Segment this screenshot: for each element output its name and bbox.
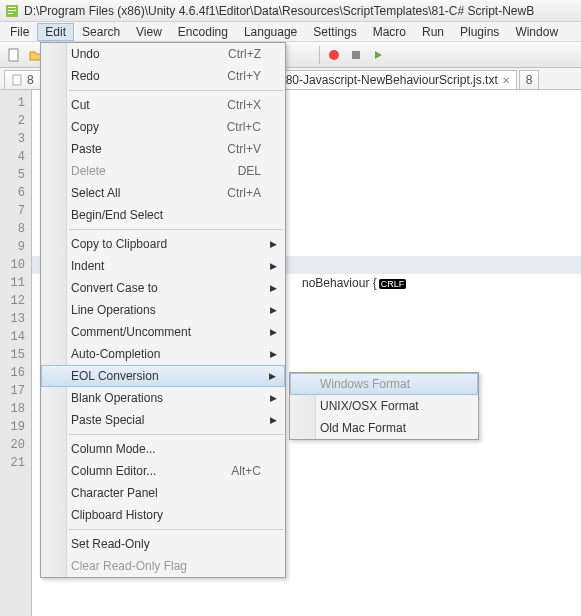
submenu-arrow-icon: ▶	[270, 239, 277, 249]
menu-bar: FileEditSearchViewEncodingLanguageSettin…	[0, 22, 581, 42]
menu-settings[interactable]: Settings	[305, 23, 364, 41]
shortcut: Ctrl+Y	[227, 69, 261, 83]
menu-macro[interactable]: Macro	[365, 23, 414, 41]
line-number: 1	[0, 94, 31, 112]
submenu-arrow-icon: ▶	[270, 283, 277, 293]
line-number: 9	[0, 238, 31, 256]
submenu-arrow-icon: ▶	[270, 261, 277, 271]
svg-rect-2	[8, 10, 16, 11]
menu-item-eol-conversion[interactable]: EOL Conversion▶	[41, 365, 285, 387]
line-number: 6	[0, 184, 31, 202]
shortcut: Alt+C	[231, 464, 261, 478]
menu-window[interactable]: Window	[507, 23, 566, 41]
new-icon[interactable]	[4, 45, 24, 65]
menu-plugins[interactable]: Plugins	[452, 23, 507, 41]
menu-item-line-operations[interactable]: Line Operations▶	[41, 299, 285, 321]
menu-run[interactable]: Run	[414, 23, 452, 41]
shortcut: Ctrl+X	[227, 98, 261, 112]
menu-item-auto-completion[interactable]: Auto-Completion▶	[41, 343, 285, 365]
eol-marker: CRLF	[379, 279, 407, 289]
menu-item-cut[interactable]: CutCtrl+X	[41, 94, 285, 116]
menu-item-copy[interactable]: CopyCtrl+C	[41, 116, 285, 138]
menu-item-set-read-only[interactable]: Set Read-Only	[41, 533, 285, 555]
menu-item-convert-case-to[interactable]: Convert Case to▶	[41, 277, 285, 299]
menu-separator	[69, 434, 283, 435]
shortcut: Ctrl+Z	[228, 47, 261, 61]
line-number: 14	[0, 328, 31, 346]
menu-item-delete: DeleteDEL	[41, 160, 285, 182]
menu-item-paste[interactable]: PasteCtrl+V	[41, 138, 285, 160]
menu-item-blank-operations[interactable]: Blank Operations▶	[41, 387, 285, 409]
line-number: 11	[0, 274, 31, 292]
submenu-arrow-icon: ▶	[270, 305, 277, 315]
file-icon	[11, 74, 23, 86]
app-icon	[4, 3, 20, 19]
menu-file[interactable]: File	[2, 23, 37, 41]
svg-rect-3	[8, 13, 13, 14]
menu-separator	[69, 229, 283, 230]
submenu-arrow-icon: ▶	[270, 393, 277, 403]
menu-item-indent[interactable]: Indent▶	[41, 255, 285, 277]
window-title: D:\Program Files (x86)\Unity 4.6.4f1\Edi…	[24, 4, 534, 18]
menu-search[interactable]: Search	[74, 23, 128, 41]
menu-language[interactable]: Language	[236, 23, 305, 41]
tab[interactable]: 8	[4, 70, 41, 89]
menu-encoding[interactable]: Encoding	[170, 23, 236, 41]
submenu-item-windows-format: Windows Format	[290, 373, 478, 395]
line-number: 19	[0, 418, 31, 436]
submenu-arrow-icon: ▶	[270, 415, 277, 425]
submenu-item-old-mac-format[interactable]: Old Mac Format	[290, 417, 478, 439]
macro-play-icon[interactable]	[368, 45, 388, 65]
submenu-arrow-icon: ▶	[269, 371, 276, 381]
line-number: 4	[0, 148, 31, 166]
menu-item-clipboard-history[interactable]: Clipboard History	[41, 504, 285, 526]
menu-item-clear-read-only-flag: Clear Read-Only Flag	[41, 555, 285, 577]
line-number: 8	[0, 220, 31, 238]
svg-rect-4	[9, 49, 18, 61]
line-number: 2	[0, 112, 31, 130]
menu-item-copy-to-clipboard[interactable]: Copy to Clipboard▶	[41, 233, 285, 255]
svg-rect-9	[352, 51, 360, 59]
menu-item-select-all[interactable]: Select AllCtrl+A	[41, 182, 285, 204]
line-number: 10	[0, 256, 31, 274]
menu-item-column-editor[interactable]: Column Editor...Alt+C	[41, 460, 285, 482]
menu-edit[interactable]: Edit	[37, 23, 74, 41]
line-number: 5	[0, 166, 31, 184]
menu-item-character-panel[interactable]: Character Panel	[41, 482, 285, 504]
shortcut: Ctrl+V	[227, 142, 261, 156]
close-icon[interactable]: ✕	[502, 75, 510, 86]
svg-rect-1	[8, 7, 16, 8]
menu-view[interactable]: View	[128, 23, 170, 41]
line-number: 18	[0, 400, 31, 418]
tab-label: 8	[526, 73, 533, 87]
macro-stop-icon[interactable]	[346, 45, 366, 65]
title-bar: D:\Program Files (x86)\Unity 4.6.4f1\Edi…	[0, 0, 581, 22]
shortcut: Ctrl+C	[227, 120, 261, 134]
code-text: noBehaviour {CRLF	[302, 274, 406, 293]
line-number: 17	[0, 382, 31, 400]
separator	[319, 46, 320, 64]
svg-rect-10	[13, 75, 21, 85]
line-number: 7	[0, 202, 31, 220]
svg-point-8	[329, 50, 339, 60]
eol-conversion-submenu: Windows FormatUNIX/OSX FormatOld Mac For…	[289, 372, 479, 440]
menu-item-undo[interactable]: UndoCtrl+Z	[41, 43, 285, 65]
tab-label: 80-Javascript-NewBehaviourScript.js.txt	[286, 73, 498, 87]
menu-item-comment-uncomment[interactable]: Comment/Uncomment▶	[41, 321, 285, 343]
menu-separator	[69, 90, 283, 91]
macro-record-icon[interactable]	[324, 45, 344, 65]
menu-item-begin-end-select[interactable]: Begin/End Select	[41, 204, 285, 226]
line-number: 13	[0, 310, 31, 328]
menu-item-paste-special[interactable]: Paste Special▶	[41, 409, 285, 431]
line-number: 3	[0, 130, 31, 148]
menu-item-redo[interactable]: RedoCtrl+Y	[41, 65, 285, 87]
tab[interactable]: 8	[519, 70, 540, 89]
menu-item-column-mode[interactable]: Column Mode...	[41, 438, 285, 460]
menu-separator	[69, 529, 283, 530]
line-number-gutter: 123456789101112131415161718192021	[0, 90, 32, 616]
line-number: 20	[0, 436, 31, 454]
submenu-item-unix-osx-format[interactable]: UNIX/OSX Format	[290, 395, 478, 417]
shortcut: Ctrl+A	[227, 186, 261, 200]
tab[interactable]: 80-Javascript-NewBehaviourScript.js.txt …	[263, 70, 517, 89]
submenu-arrow-icon: ▶	[270, 349, 277, 359]
